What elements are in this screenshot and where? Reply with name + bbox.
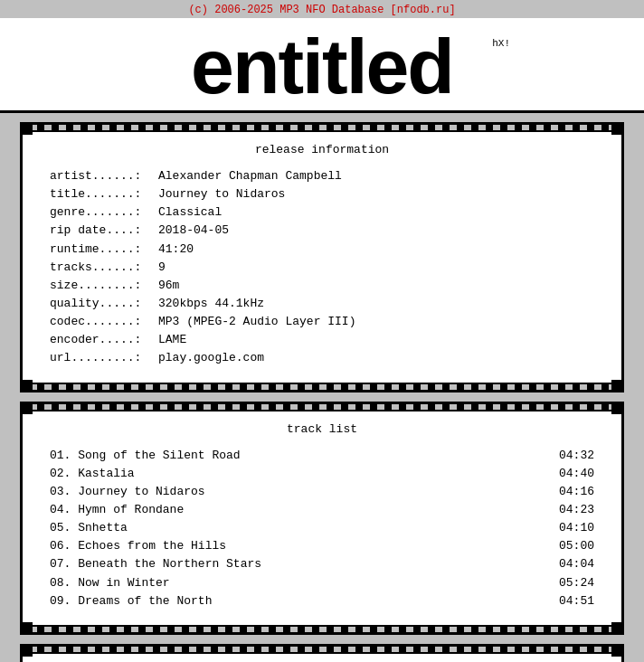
release-info-row: tracks......: 9 bbox=[50, 259, 594, 277]
release-info-row: runtime.....: 41:20 bbox=[50, 241, 594, 259]
release-info-row: artist......: Alexander Chapman Campbell bbox=[50, 167, 594, 185]
track-row: 08. Now in Winter05:24 bbox=[50, 574, 594, 592]
track-duration: 04:04 bbox=[558, 555, 594, 573]
info-key: artist......: bbox=[50, 167, 158, 185]
info-value: Journey to Nidaros bbox=[158, 185, 594, 203]
release-info-row: rip date....: 2018-04-05 bbox=[50, 222, 594, 240]
track-row: 09. Dreams of the North04:51 bbox=[50, 592, 594, 610]
release-info-row: url.........: play.google.com bbox=[50, 349, 594, 367]
track-title: 06. Echoes from the Hills bbox=[50, 537, 558, 555]
info-key: rip date....: bbox=[50, 222, 158, 240]
info-value: play.google.com bbox=[158, 349, 594, 367]
info-value: 2018-04-05 bbox=[158, 222, 594, 240]
track-row: 02. Kastalia04:40 bbox=[50, 465, 594, 483]
info-value: 41:20 bbox=[158, 241, 594, 259]
logo-text: entitled bbox=[191, 27, 453, 105]
release-info-row: genre.......: Classical bbox=[50, 203, 594, 222]
release-info-row: encoder.....: LAME bbox=[50, 331, 594, 349]
track-list-panel: track list 01. Song of the Silent Road04… bbox=[20, 402, 624, 635]
info-value: 320kbps 44.1kHz bbox=[158, 295, 594, 313]
track-duration: 05:00 bbox=[558, 537, 594, 555]
release-info-row: quality.....: 320kbps 44.1kHz bbox=[50, 295, 594, 313]
track-row: 04. Hymn of Rondane04:23 bbox=[50, 501, 594, 519]
greetings-panel: greetings Shout out to all of those who … bbox=[20, 644, 624, 662]
release-info-row: title.......: Journey to Nidaros bbox=[50, 185, 594, 203]
info-value: Classical bbox=[158, 203, 594, 222]
track-list-title: track list bbox=[50, 422, 594, 436]
track-duration: 05:24 bbox=[558, 574, 594, 592]
track-title: 05. Snhetta bbox=[50, 519, 558, 537]
track-title: 03. Journey to Nidaros bbox=[50, 483, 558, 501]
info-key: runtime.....: bbox=[50, 241, 158, 259]
track-row: 03. Journey to Nidaros04:16 bbox=[50, 483, 594, 501]
track-row: 07. Beneath the Northern Stars04:04 bbox=[50, 555, 594, 573]
copyright-text: (c) 2006-2025 MP3 NFO Database [nfodb.ru… bbox=[0, 0, 644, 18]
hx-badge: hX! bbox=[492, 38, 510, 49]
track-duration: 04:32 bbox=[558, 447, 594, 465]
info-value: 96m bbox=[158, 277, 594, 295]
release-info-row: size........: 96m bbox=[50, 277, 594, 295]
info-key: size........: bbox=[50, 277, 158, 295]
track-row: 05. Snhetta04:10 bbox=[50, 519, 594, 537]
info-key: codec.......: bbox=[50, 313, 158, 331]
track-duration: 04:10 bbox=[558, 519, 594, 537]
track-title: 09. Dreams of the North bbox=[50, 592, 558, 610]
track-duration: 04:51 bbox=[558, 592, 594, 610]
logo-area: entitled hX! bbox=[0, 18, 644, 113]
track-title: 04. Hymn of Rondane bbox=[50, 501, 558, 519]
release-info-table: artist......: Alexander Chapman Campbell… bbox=[50, 167, 594, 368]
track-title: 08. Now in Winter bbox=[50, 574, 558, 592]
track-duration: 04:16 bbox=[558, 483, 594, 501]
track-row: 06. Echoes from the Hills05:00 bbox=[50, 537, 594, 555]
info-key: quality.....: bbox=[50, 295, 158, 313]
track-title: 01. Song of the Silent Road bbox=[50, 447, 558, 465]
info-value: 9 bbox=[158, 259, 594, 277]
track-row: 01. Song of the Silent Road04:32 bbox=[50, 447, 594, 465]
info-key: url.........: bbox=[50, 349, 158, 367]
info-key: encoder.....: bbox=[50, 331, 158, 349]
track-list-rows: 01. Song of the Silent Road04:3202. Kast… bbox=[50, 447, 594, 610]
track-duration: 04:23 bbox=[558, 501, 594, 519]
release-info-title: release information bbox=[50, 143, 594, 156]
info-value: Alexander Chapman Campbell bbox=[158, 167, 594, 185]
info-key: title.......: bbox=[50, 185, 158, 203]
release-info-row: codec.......: MP3 (MPEG-2 Audio Layer II… bbox=[50, 313, 594, 331]
track-duration: 04:40 bbox=[558, 465, 594, 483]
info-key: genre.......: bbox=[50, 203, 158, 222]
info-key: tracks......: bbox=[50, 259, 158, 277]
release-info-panel: release information artist......: Alexan… bbox=[20, 122, 624, 392]
track-title: 07. Beneath the Northern Stars bbox=[50, 555, 558, 573]
info-value: LAME bbox=[158, 331, 594, 349]
info-value: MP3 (MPEG-2 Audio Layer III) bbox=[158, 313, 594, 331]
track-title: 02. Kastalia bbox=[50, 465, 558, 483]
